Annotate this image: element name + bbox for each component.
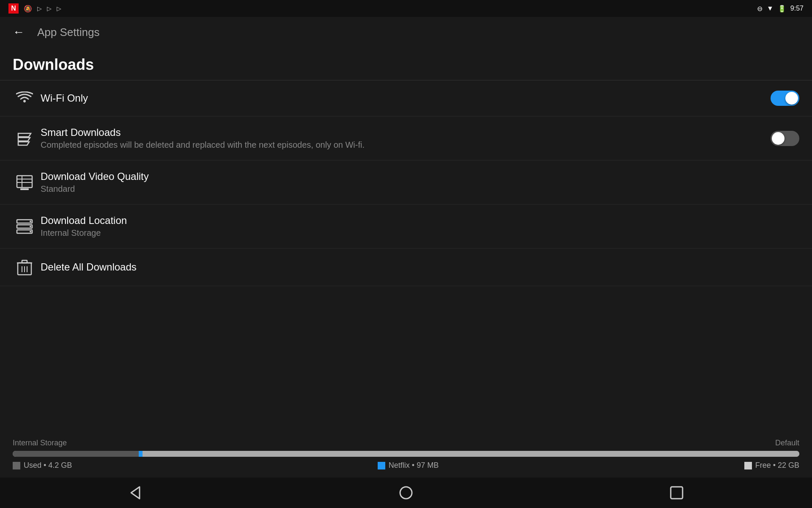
svg-point-8 <box>30 221 31 222</box>
svg-rect-17 <box>13 462 20 469</box>
storage-bar-netflix <box>139 451 143 457</box>
svg-rect-22 <box>671 487 683 499</box>
download-location-icon <box>13 219 36 234</box>
delete-all-title: Delete All Downloads <box>41 261 799 273</box>
status-bar-left: N 🔕 ▷ ▷ ▷ <box>8 3 61 14</box>
svg-point-10 <box>30 231 31 232</box>
cast-icon: ▷ <box>37 5 42 12</box>
smart-downloads-toggle[interactable] <box>771 131 799 146</box>
video-quality-subtitle: Standard <box>41 184 799 194</box>
legend-netflix: Netflix • 97 MB <box>378 461 439 470</box>
wifi-only-title: Wi-Fi Only <box>41 92 762 104</box>
status-bar-right: ⊖ ▼ 🔋 9:57 <box>757 5 804 13</box>
download-location-content: Download Location Internal Storage <box>36 215 799 238</box>
notification-icon: 🔕 <box>24 5 32 13</box>
app-bar: ← App Settings <box>0 17 812 47</box>
svg-rect-13 <box>22 260 27 263</box>
trash-icon <box>13 259 36 276</box>
section-title: Downloads <box>0 47 812 80</box>
storage-bar <box>13 451 799 457</box>
svg-point-9 <box>30 226 31 227</box>
delete-all-content: Delete All Downloads <box>36 261 799 273</box>
recents-nav-button[interactable] <box>664 480 689 505</box>
storage-bar-used <box>13 451 139 457</box>
storage-section: Internal Storage Default Used • 4.2 GB N… <box>0 434 812 474</box>
wifi-only-item[interactable]: Wi-Fi Only <box>0 80 812 116</box>
wifi-only-content: Wi-Fi Only <box>36 92 762 104</box>
smart-downloads-subtitle: Completed episodes will be deleted and r… <box>41 140 762 150</box>
legend-used-label: Used • 4.2 GB <box>24 461 72 470</box>
video-quality-content: Download Video Quality Standard <box>36 171 799 194</box>
smart-downloads-icon <box>13 130 36 147</box>
legend-used: Used • 4.2 GB <box>13 461 72 470</box>
svg-rect-0 <box>17 176 32 188</box>
storage-label-left: Internal Storage <box>13 439 67 447</box>
smart-downloads-item[interactable]: Smart Downloads Completed episodes will … <box>0 116 812 160</box>
svg-rect-4 <box>20 188 29 190</box>
wifi-only-toggle[interactable] <box>771 91 799 106</box>
bottom-nav <box>0 478 812 508</box>
download-location-title: Download Location <box>41 215 799 226</box>
wifi-icon <box>13 91 36 105</box>
status-time: 9:57 <box>790 5 804 12</box>
status-bar: N 🔕 ▷ ▷ ▷ ⊖ ▼ 🔋 9:57 <box>0 0 812 17</box>
svg-rect-19 <box>744 462 752 469</box>
home-nav-button[interactable] <box>393 480 419 505</box>
download-location-item[interactable]: Download Location Internal Storage <box>0 204 812 248</box>
svg-rect-18 <box>378 462 385 469</box>
storage-label-right: Default <box>775 439 799 447</box>
wifi-status-icon: ▼ <box>767 5 774 12</box>
video-quality-item[interactable]: Download Video Quality Standard <box>0 160 812 204</box>
storage-labels: Internal Storage Default <box>13 439 799 447</box>
netflix-icon: N <box>8 3 19 14</box>
storage-bar-free <box>143 451 799 457</box>
legend-netflix-label: Netflix • 97 MB <box>389 461 439 470</box>
back-button[interactable]: ← <box>13 25 25 39</box>
legend-free-label: Free • 22 GB <box>755 461 799 470</box>
media-icon1: ▷ <box>47 5 52 12</box>
smart-downloads-title: Smart Downloads <box>41 127 762 138</box>
settings-list: Wi-Fi Only Smart Downloads Completed epi… <box>0 80 812 286</box>
svg-marker-20 <box>131 487 140 499</box>
battery-icon: 🔋 <box>778 5 786 13</box>
delete-all-item[interactable]: Delete All Downloads <box>0 248 812 286</box>
storage-legend: Used • 4.2 GB Netflix • 97 MB Free • 22 … <box>13 461 799 470</box>
media-icon2: ▷ <box>57 5 61 12</box>
svg-point-21 <box>400 487 412 499</box>
smart-downloads-content: Smart Downloads Completed episodes will … <box>36 127 762 150</box>
video-quality-icon <box>13 175 36 190</box>
minus-circle-icon: ⊖ <box>757 5 763 13</box>
app-bar-title: App Settings <box>37 26 99 39</box>
download-location-subtitle: Internal Storage <box>41 228 799 238</box>
back-nav-button[interactable] <box>123 480 148 505</box>
legend-free: Free • 22 GB <box>744 461 799 470</box>
video-quality-title: Download Video Quality <box>41 171 799 182</box>
